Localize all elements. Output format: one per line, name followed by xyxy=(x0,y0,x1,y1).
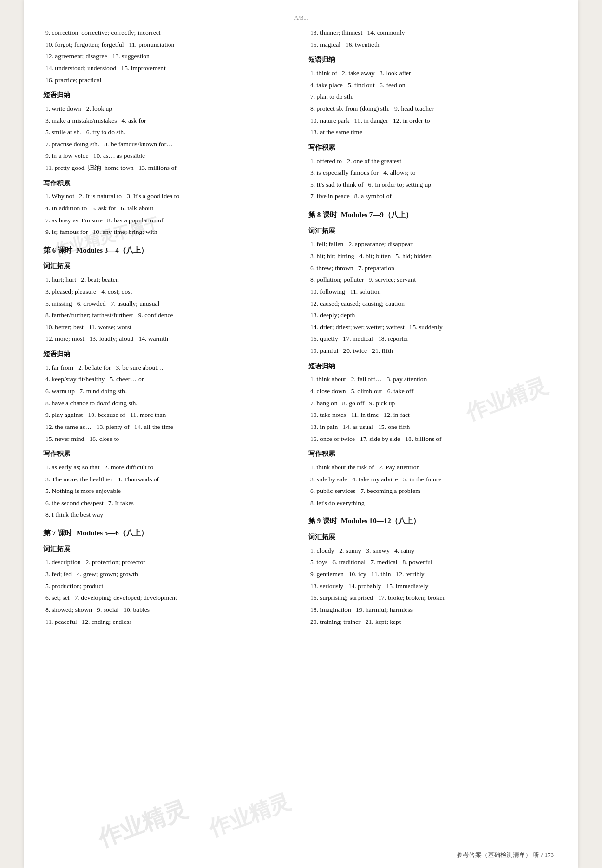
l8p2: 4. close down 5. climb out 6. take off xyxy=(310,386,559,397)
right-intro-2: 15. magical 16. twentieth xyxy=(310,39,559,51)
l6p2: 4. keep/stay fit/healthy 5. cheer… on xyxy=(45,374,294,385)
ls1-3: 5. smile at sb. 6. try to do sth. xyxy=(45,127,294,138)
lesson7-cihui-title: 词汇拓展 xyxy=(43,544,294,555)
ls1-4: 7. practise doing sth. 8. be famous/know… xyxy=(45,139,294,150)
l6p6: 12. the same as… 13. plenty of 14. all t… xyxy=(45,421,294,433)
right-section2-items: 1. offered to 2. one of the greatest 3. … xyxy=(308,155,559,203)
ls2-2: 4. In addition to 5. ask for 6. talk abo… xyxy=(45,203,294,214)
l6p4: 8. have a chance to do/of doing sth. xyxy=(45,398,294,409)
l7c4: 6. set; set 7. developing; developed; de… xyxy=(45,592,294,604)
l8c5: 10. following 11. solution xyxy=(310,286,559,298)
l8c7: 13. deeply; depth xyxy=(310,310,559,321)
ls1-2: 3. make a mistake/mistakes 4. ask for xyxy=(45,115,294,127)
l8c2: 3. hit; hit; hitting 4. bit; bitten 5. h… xyxy=(310,250,559,262)
l8c10: 19. painful 20. twice 21. fifth xyxy=(310,345,559,357)
lesson7-cihui-items: 1. description 2. protection; protector … xyxy=(43,557,294,627)
l9c3: 9. gentlemen 10. icy 11. thin 12. terrib… xyxy=(310,569,559,580)
rs1-4: 8. protect sb. from (doing) sth. 9. head… xyxy=(310,103,559,115)
left-section1-title: 短语归纳 xyxy=(43,90,294,101)
l6c6: 12. more; most 13. loudly; aloud 14. war… xyxy=(45,333,294,345)
l6p3: 6. warm up 7. mind doing sth. xyxy=(45,386,294,397)
right-section1-items: 1. think of 2. take away 3. look after 4… xyxy=(308,67,559,138)
l6w1: 1. as early as; so that 2. more difficul… xyxy=(45,462,294,473)
left-intro-3: 12. agreement; disagree 13. suggestion xyxy=(45,51,294,62)
lesson6-phrase-items: 1. far from 2. be late for 3. be sure ab… xyxy=(43,362,294,444)
intro-items-right: 13. thinner; thinnest 14. commonly 15. m… xyxy=(308,27,559,50)
lesson8-num: 第 8 课时 xyxy=(308,209,337,221)
lesson9-cihui-title: 词汇拓展 xyxy=(308,531,559,543)
l9c2: 5. toys 6. traditional 7. medical 8. pow… xyxy=(310,557,559,568)
l6p1: 1. far from 2. be late for 3. be sure ab… xyxy=(45,362,294,374)
l8c3: 6. threw; thrown 7. preparation xyxy=(310,262,559,274)
rs1-6: 13. at the same time xyxy=(310,127,559,138)
lesson6-modules: Modules 3—4（八上） xyxy=(76,245,148,257)
lesson9-cihui-items: 1. cloudy 2. sunny 3. snowy 4. rainy 5. … xyxy=(308,545,559,627)
l6p7: 15. never mind 16. close to xyxy=(45,433,294,445)
l9c7: 20. training; trainer 21. kept; kept xyxy=(310,616,559,628)
l6c4: 8. farther/further; farthest/furthest 9.… xyxy=(45,310,294,321)
footer: 参考答案（基础检测清单） 听 / 173 xyxy=(457,851,554,859)
left-intro-1: 9. correction; corrective; correctly; in… xyxy=(45,27,294,39)
lesson6-title: 第 6 课时 Modules 3—4（八上） xyxy=(43,245,294,257)
left-section1-items: 1. write down 2. look up 3. make a mista… xyxy=(43,103,294,174)
l6c2: 3. pleased; pleasure 4. cost; cost xyxy=(45,286,294,298)
ls2-3: 7. as busy as; I'm sure 8. has a populat… xyxy=(45,215,294,226)
l9c4: 13. seriously 14. probably 15. immediate… xyxy=(310,581,559,592)
lesson6-writing-title: 写作积累 xyxy=(43,448,294,460)
left-intro-5: 16. practice; practical xyxy=(45,75,294,86)
page: A/B... 作业精灵 作业精灵不属于 作业精灵 作业精灵 9. correct… xyxy=(24,0,578,868)
l9c1: 1. cloudy 2. sunny 3. snowy 4. rainy xyxy=(310,545,559,557)
rs1-2: 4. take place 5. find out 6. feed on xyxy=(310,79,559,91)
ls2-4: 9. is; famous for 10. any time; bring; w… xyxy=(45,226,294,238)
ls1-1: 1. write down 2. look up xyxy=(45,103,294,115)
right-intro-1: 13. thinner; thinnest 14. commonly xyxy=(310,27,559,39)
l7c1: 1. description 2. protection; protector xyxy=(45,557,294,568)
l6c5: 10. better; best 11. worse; worst xyxy=(45,322,294,333)
l6w3: 5. Nothing is more enjoyable xyxy=(45,485,294,497)
l6w4: 6. the second cheapest 7. It takes xyxy=(45,497,294,509)
lesson8-cihui-title: 词汇拓展 xyxy=(308,225,559,237)
l8w2: 3. side by side 4. take my advice 5. in … xyxy=(310,474,559,485)
l6c1: 1. hurt; hurt 2. beat; beaten xyxy=(45,274,294,285)
l8c6: 12. caused; caused; causing; caution xyxy=(310,298,559,310)
lesson8-writing-items: 1. think about the risk of 2. Pay attent… xyxy=(308,462,559,509)
l8c8: 14. drier; driest; wet; wetter; wettest … xyxy=(310,322,559,333)
lesson8-phrase-items: 1. think about 2. fall off… 3. pay atten… xyxy=(308,374,559,444)
rs2-1: 1. offered to 2. one of the greatest xyxy=(310,155,559,167)
lesson8-modules: Modules 7—9（八上） xyxy=(341,209,413,221)
l8w4: 8. let's do everything xyxy=(310,497,559,509)
lesson9-modules: Modules 10—12（八上） xyxy=(341,515,420,528)
l7c5: 8. showed; shown 9. social 10. babies xyxy=(45,604,294,616)
rs2-2: 3. is especially famous for 4. allows; t… xyxy=(310,167,559,179)
lesson8-cihui-items: 1. fell; fallen 2. appearance; disappear… xyxy=(308,238,559,356)
l9c5: 16. surprising; surprised 17. broke; bro… xyxy=(310,592,559,604)
right-section2-title: 写作积累 xyxy=(308,142,559,154)
l9c6: 18. imagination 19. harmful; harmless xyxy=(310,604,559,616)
right-section1-title: 短语归纳 xyxy=(308,54,559,65)
l8p4: 10. take notes 11. in time 12. in fact xyxy=(310,409,559,421)
left-intro-4: 14. understood; understood 15. improveme… xyxy=(45,63,294,74)
lesson6-writing-items: 1. as early as; so that 2. more difficul… xyxy=(43,462,294,520)
lesson9-title: 第 9 课时 Modules 10—12（八上） xyxy=(308,515,559,528)
l8c1: 1. fell; fallen 2. appearance; disappear xyxy=(310,238,559,250)
l7c6: 11. peaceful 12. ending; endless xyxy=(45,616,294,628)
l8w3: 6. public services 7. becoming a problem xyxy=(310,485,559,497)
lesson6-num: 第 6 课时 xyxy=(43,245,72,257)
l8c9: 16. quietly 17. medical 18. reporter xyxy=(310,333,559,345)
rs2-4: 7. live in peace 8. a symbol of xyxy=(310,191,559,202)
watermark-4: 作业精灵 xyxy=(205,788,294,843)
left-column: 9. correction; corrective; correctly; in… xyxy=(43,26,294,628)
right-column: 13. thinner; thinnest 14. commonly 15. m… xyxy=(308,26,559,628)
rs1-1: 1. think of 2. take away 3. look after xyxy=(310,67,559,79)
l8w1: 1. think about the risk of 2. Pay attent… xyxy=(310,462,559,473)
ls1-6: 11. pretty good 归纳 home town 13. million… xyxy=(45,162,294,174)
l7c2: 3. fed; fed 4. grew; grown; growth xyxy=(45,569,294,580)
rs1-3: 7. plan to do sth. xyxy=(310,91,559,103)
l6w2: 3. The more; the healthier 4. Thousands … xyxy=(45,474,294,485)
top-bar-text: A/B... xyxy=(294,14,308,21)
rs1-5: 10. nature park 11. in danger 12. in ord… xyxy=(310,115,559,127)
lesson8-phrase-title: 短语归纳 xyxy=(308,361,559,372)
l6p5: 9. play against 10. because of 11. more … xyxy=(45,409,294,421)
top-bar: A/B... xyxy=(43,14,559,22)
l8p1: 1. think about 2. fall off… 3. pay atten… xyxy=(310,374,559,385)
